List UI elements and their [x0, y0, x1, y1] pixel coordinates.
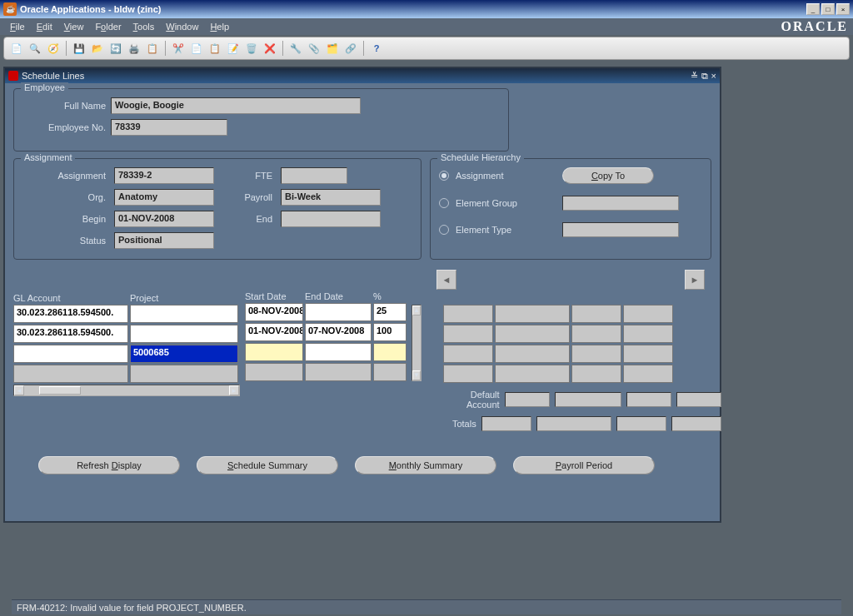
- minimize-button[interactable]: _: [806, 3, 820, 15]
- gl-account-cell[interactable]: [13, 365, 128, 383]
- refresh-display-button[interactable]: Refresh Display: [38, 456, 180, 474]
- menu-window[interactable]: Window: [161, 20, 203, 33]
- employee-no-field: 78339: [111, 119, 227, 136]
- prev-arrow-button[interactable]: ◄: [436, 270, 456, 290]
- default-account-3[interactable]: [626, 392, 671, 407]
- element-group-field[interactable]: [562, 196, 679, 211]
- totals-2[interactable]: [536, 416, 611, 431]
- close-button[interactable]: ×: [836, 3, 850, 15]
- scroll-left-icon[interactable]: ◄: [14, 385, 24, 395]
- translate-icon[interactable]: 🔧: [288, 41, 303, 56]
- right-cell[interactable]: [495, 345, 570, 363]
- menu-file[interactable]: File: [5, 20, 30, 33]
- right-cell[interactable]: [571, 345, 621, 363]
- project-cell[interactable]: [130, 305, 238, 323]
- right-cell[interactable]: [571, 365, 621, 383]
- menu-view[interactable]: View: [59, 20, 89, 33]
- right-cell[interactable]: [623, 325, 673, 343]
- next-arrow-button[interactable]: ►: [685, 270, 705, 290]
- start-date-cell[interactable]: [245, 363, 303, 381]
- employee-legend: Employee: [21, 82, 68, 92]
- nav-icon[interactable]: 🧭: [46, 41, 61, 56]
- start-date-cell[interactable]: [245, 343, 303, 361]
- right-cell[interactable]: [495, 365, 570, 383]
- fte-field[interactable]: [281, 167, 347, 184]
- right-cell[interactable]: [443, 325, 493, 343]
- menu-help[interactable]: Help: [205, 20, 234, 33]
- radio-element-type[interactable]: [439, 225, 449, 235]
- radio-assignment[interactable]: [439, 171, 449, 181]
- right-cell[interactable]: [495, 325, 570, 343]
- project-cell[interactable]: 5000685: [130, 345, 238, 363]
- right-cell[interactable]: [443, 345, 493, 363]
- radio-element-group[interactable]: [439, 198, 449, 208]
- percent-cell[interactable]: [373, 363, 407, 381]
- end-date-cell[interactable]: [305, 343, 372, 361]
- maximize-button[interactable]: □: [821, 3, 835, 15]
- scroll-up-icon[interactable]: ▲: [412, 306, 421, 315]
- scroll-down-icon[interactable]: ▼: [412, 370, 421, 380]
- clear-record-icon[interactable]: 📝: [226, 41, 241, 56]
- default-account-2[interactable]: [555, 392, 621, 407]
- horizontal-scrollbar[interactable]: ◄ ►: [13, 385, 240, 396]
- end-date-cell[interactable]: 07-NOV-2008: [305, 323, 372, 341]
- employee-group: Employee Full Name Woogie, Boogie Employ…: [13, 88, 509, 152]
- folder-tools-icon[interactable]: 🗂️: [325, 41, 340, 56]
- close-form-icon[interactable]: 📋: [145, 41, 160, 56]
- copy-to-button[interactable]: Copy To: [562, 167, 654, 184]
- percent-cell[interactable]: 100: [373, 323, 407, 341]
- menu-tools[interactable]: Tools: [128, 20, 160, 33]
- start-date-cell[interactable]: 01-NOV-2008: [245, 323, 303, 341]
- right-cell[interactable]: [443, 365, 493, 383]
- start-date-cell[interactable]: 08-NOV-2008: [245, 303, 303, 321]
- right-cell[interactable]: [443, 305, 493, 323]
- totals-4[interactable]: [671, 416, 721, 431]
- help-icon[interactable]: ?: [369, 41, 384, 56]
- paste-icon[interactable]: 📋: [207, 41, 222, 56]
- end-date-cell[interactable]: [305, 303, 372, 321]
- project-cell[interactable]: [130, 365, 238, 383]
- payroll-period-button[interactable]: Payroll Period: [513, 456, 655, 474]
- right-cell[interactable]: [571, 325, 621, 343]
- right-cell[interactable]: [495, 305, 570, 323]
- monthly-summary-button[interactable]: Monthly Summary: [355, 456, 496, 474]
- element-type-field[interactable]: [562, 222, 679, 237]
- inner-restore-icon[interactable]: ⧉: [701, 71, 708, 82]
- scroll-thumb[interactable]: [39, 386, 81, 395]
- menu-edit[interactable]: Edit: [32, 20, 57, 33]
- end-field[interactable]: [281, 211, 381, 227]
- attachments-icon[interactable]: 📎: [307, 41, 322, 56]
- new-icon[interactable]: 📄: [9, 41, 24, 56]
- cut-icon[interactable]: ✂️: [171, 41, 186, 56]
- gl-account-cell[interactable]: [13, 345, 128, 363]
- vertical-scrollbar[interactable]: ▲ ▼: [412, 305, 422, 381]
- default-account-4[interactable]: [676, 392, 721, 407]
- project-cell[interactable]: [130, 325, 238, 343]
- gl-account-cell[interactable]: 30.023.286118.594500.: [13, 305, 128, 323]
- switch-resp-icon[interactable]: 🔄: [108, 41, 123, 56]
- edit-field-icon[interactable]: ❌: [262, 41, 277, 56]
- inner-close-icon[interactable]: ×: [711, 71, 716, 82]
- right-cell[interactable]: [571, 305, 621, 323]
- print-icon[interactable]: 🖨️: [127, 41, 142, 56]
- default-account-1[interactable]: [505, 392, 550, 407]
- copy-icon[interactable]: 📄: [189, 41, 204, 56]
- totals-3[interactable]: [616, 416, 666, 431]
- schedule-summary-button[interactable]: Schedule Summary: [197, 456, 338, 474]
- find-icon[interactable]: 🔍: [27, 41, 42, 56]
- totals-1[interactable]: [481, 416, 531, 431]
- right-cell[interactable]: [623, 365, 673, 383]
- percent-cell[interactable]: [373, 343, 407, 361]
- right-cell[interactable]: [623, 345, 673, 363]
- inner-minimize-icon[interactable]: ≚: [691, 71, 698, 82]
- right-cell[interactable]: [623, 305, 673, 323]
- gl-account-cell[interactable]: 30.023.286118.594500.: [13, 325, 128, 343]
- next-step-icon[interactable]: 📂: [90, 41, 105, 56]
- scroll-right-icon[interactable]: ►: [229, 385, 239, 395]
- save-icon[interactable]: 💾: [72, 41, 87, 56]
- percent-cell[interactable]: 25: [373, 303, 407, 321]
- end-date-cell[interactable]: [305, 363, 372, 381]
- menu-folder[interactable]: Folder: [90, 20, 126, 33]
- zoom-icon[interactable]: 🔗: [343, 41, 358, 56]
- delete-icon[interactable]: 🗑️: [244, 41, 259, 56]
